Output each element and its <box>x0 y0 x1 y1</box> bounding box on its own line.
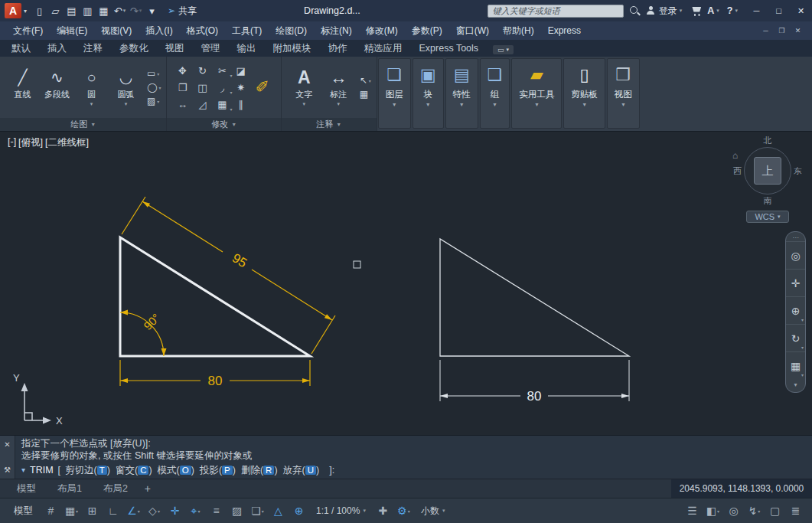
menu-item[interactable]: 窗口(W) <box>449 21 496 40</box>
ribbon-tab[interactable]: 默认 <box>3 40 39 57</box>
menu-item[interactable]: 文件(F) <box>6 21 50 40</box>
modify-panel-label[interactable]: 修改▼ <box>167 118 280 131</box>
drawing-minimize-button[interactable]: ─ <box>758 24 774 38</box>
undo-icon[interactable]: ↶ <box>112 2 128 19</box>
base-dimension-right[interactable]: 80 <box>440 360 629 404</box>
viewport-menu-control[interactable]: [-] <box>8 136 16 149</box>
ribbon-tab[interactable]: 精选应用 <box>356 40 411 57</box>
ribbon-tab[interactable]: 注释 <box>75 40 111 57</box>
offset-tool[interactable]: ∥ <box>236 96 245 113</box>
menu-item[interactable]: 格式(O) <box>180 21 225 40</box>
graphics-performance-icon[interactable]: ↯ <box>744 498 765 523</box>
app-dropdown-icon[interactable]: ▾ <box>716 8 719 14</box>
annotation-scale-button[interactable]: 1:1 / 100% ▾ <box>309 505 373 516</box>
quick-properties-icon[interactable]: ☰ <box>682 498 703 523</box>
rectangle-tool[interactable]: ▭ <box>147 68 161 79</box>
lineweight-icon[interactable]: ≡ <box>206 498 227 523</box>
viewcube-top-face[interactable]: 上 <box>754 157 781 185</box>
menu-item[interactable]: 绘图(D) <box>269 21 314 40</box>
polar-tracking-icon[interactable]: ∠ <box>123 498 144 523</box>
transparency-icon[interactable]: ▨ <box>227 498 247 523</box>
block-panel-tile[interactable]: ▣ 块 ▼ <box>413 58 444 129</box>
table-tool[interactable]: ▦ <box>360 89 371 100</box>
command-option[interactable]: 模式(O) <box>158 465 194 476</box>
mirror-tool[interactable]: ◫ <box>192 79 212 96</box>
fillet-tool[interactable]: ◞ <box>212 79 232 96</box>
steering-wheel-icon[interactable]: ◎ <box>786 241 805 269</box>
scale-tool[interactable]: ◿ <box>192 96 212 113</box>
wcs-dropdown[interactable]: WCS ▾ <box>746 211 788 223</box>
save-as-icon[interactable]: ▥ <box>80 2 96 19</box>
search-icon[interactable] <box>629 5 640 16</box>
command-option[interactable]: 放弃(U) <box>283 465 320 476</box>
navbar-grip[interactable]: ⋯ <box>793 235 799 241</box>
maximize-button[interactable]: □ <box>768 0 790 21</box>
lock-ui-icon[interactable]: ◧ <box>703 498 723 523</box>
ortho-icon[interactable]: ∟ <box>103 498 123 523</box>
drawing-area[interactable]: 95 90° 80 80 <box>0 132 812 435</box>
viewcube-west[interactable]: 西 <box>733 165 742 177</box>
ribbon-tab[interactable]: 插入 <box>39 40 75 57</box>
ribbon-tab[interactable]: 协作 <box>320 40 356 57</box>
visual-style-control[interactable]: [二维线框] <box>45 136 89 149</box>
right-triangle[interactable] <box>440 239 629 356</box>
minimize-button[interactable]: ─ <box>745 0 768 21</box>
base-dimension-left[interactable]: 80 <box>120 360 310 388</box>
line-tool[interactable]: ╱ 直线 <box>5 66 40 109</box>
ribbon-display-toggle[interactable]: ▭ ▾ <box>493 45 514 54</box>
redo-icon[interactable]: ↷ <box>128 2 144 19</box>
menu-item[interactable]: 参数(P) <box>405 21 449 40</box>
help-icon[interactable]: ? <box>727 5 733 16</box>
menu-item[interactable]: 视图(V) <box>94 21 139 40</box>
menu-item[interactable]: 标注(N) <box>314 21 359 40</box>
pan-icon[interactable]: ✛ <box>786 269 805 296</box>
plot-icon[interactable]: ▦ <box>96 2 112 19</box>
angle-dimension[interactable]: 90° <box>120 310 167 357</box>
autoscale-icon[interactable]: ⊕ <box>289 498 309 523</box>
new-file-icon[interactable]: ▯ <box>31 2 47 19</box>
drawing-restore-button[interactable]: ❐ <box>774 24 790 38</box>
rotate-tool[interactable]: ↻ <box>192 62 212 79</box>
user-icon[interactable] <box>646 6 656 16</box>
customize-icon[interactable]: ≣ <box>785 498 806 523</box>
showmotion-icon[interactable]: ▦ <box>786 351 805 379</box>
orbit-icon[interactable]: ↻ <box>786 324 805 351</box>
annotate-panel-label[interactable]: 注释▼ <box>282 118 377 131</box>
text-tool[interactable]: A 文字 <box>287 66 321 109</box>
save-icon[interactable]: ▤ <box>64 2 80 19</box>
isodraft-icon[interactable]: ◇ <box>144 498 165 523</box>
navbar-menu-icon[interactable]: ▾ <box>794 381 797 388</box>
menu-item[interactable]: 插入(I) <box>139 21 179 40</box>
login-label[interactable]: 登录 <box>659 5 677 18</box>
move-tool[interactable]: ✥ <box>172 62 192 79</box>
share-button[interactable]: ➢ 共享 <box>168 5 197 18</box>
menu-item[interactable]: 工具(T) <box>225 21 269 40</box>
utilities-panel-tile[interactable]: ▰ 实用工具 ▼ <box>511 58 562 129</box>
ribbon-tab[interactable]: 管理 <box>193 40 229 57</box>
workspace-icon[interactable]: ⚙ <box>393 498 414 523</box>
zoom-icon[interactable]: ⊕ <box>786 296 805 324</box>
annotation-visibility-icon[interactable]: △ <box>268 498 289 523</box>
arc-tool[interactable]: ◡ 圆弧 <box>109 66 143 109</box>
grid-icon[interactable]: # <box>41 498 61 523</box>
ribbon-tab[interactable]: 视图 <box>157 40 193 57</box>
layout-tab[interactable]: 布局1 <box>47 479 93 498</box>
array-tool[interactable]: ▦ <box>212 96 232 113</box>
draw-panel-label[interactable]: 绘图▼ <box>0 118 166 131</box>
command-option[interactable]: 剪切边(T) <box>65 465 110 476</box>
clean-screen-icon[interactable]: ▢ <box>765 498 785 523</box>
autodesk-app-icon[interactable]: A <box>707 5 714 16</box>
drawing-close-button[interactable]: ✕ <box>790 24 806 38</box>
search-input[interactable] <box>488 5 624 18</box>
group-panel-tile[interactable]: ❑ 组 ▼ <box>480 58 510 129</box>
viewcube[interactable]: ⌂ 北 西 上 东 南 WCS ▾ <box>731 135 804 223</box>
snap-icon[interactable]: ▦ <box>61 498 82 523</box>
ribbon-tab[interactable]: Express Tools <box>411 40 488 57</box>
menu-item[interactable]: 修改(M) <box>359 21 405 40</box>
polyline-tool[interactable]: ∿ 多段线 <box>40 66 74 109</box>
views-panel-tile[interactable]: ❒ 视图 ▼ <box>607 58 640 129</box>
match-properties-tool[interactable]: ✐ <box>249 65 276 110</box>
ribbon-tab[interactable]: 参数化 <box>111 40 157 57</box>
osnap-icon[interactable]: ⌖ <box>185 498 206 523</box>
model-space-toggle[interactable]: 模型 <box>6 505 41 518</box>
